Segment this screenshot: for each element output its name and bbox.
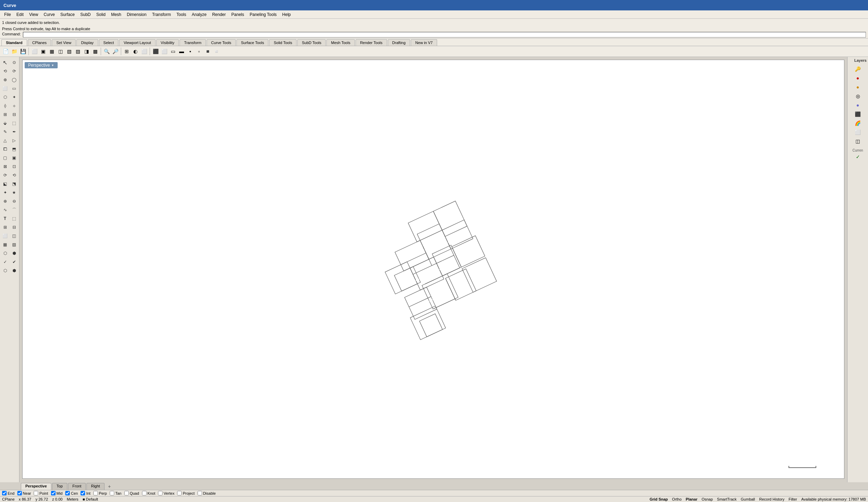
snap-quad-check[interactable] xyxy=(124,491,129,495)
arc-tool2[interactable]: ⟡ xyxy=(10,102,18,110)
vp-tab-top[interactable]: Top xyxy=(52,483,67,490)
hex-tool1[interactable]: ⬡ xyxy=(1,249,9,257)
mesh-tool1[interactable]: ▦ xyxy=(1,240,9,249)
tool-zoom[interactable]: 🔍 xyxy=(102,47,111,56)
layers-icon-8[interactable]: ⬜ xyxy=(854,128,862,136)
tool-rect3[interactable]: ▬ xyxy=(177,47,186,56)
tab-subd-tools[interactable]: SubD Tools xyxy=(297,39,326,46)
trans-tool1[interactable]: ⟳ xyxy=(1,171,9,179)
menu-item-transform[interactable]: Transform xyxy=(149,11,174,18)
tab-standard[interactable]: Standard xyxy=(1,39,27,46)
layers-icon-4[interactable]: ◎ xyxy=(854,92,862,100)
menu-item-file[interactable]: File xyxy=(1,11,14,18)
command-input[interactable] xyxy=(23,32,866,37)
hex-tool2[interactable]: ⬢ xyxy=(10,249,18,257)
box3d-tool1[interactable]: ⬜ xyxy=(1,232,9,240)
viewport[interactable]: Perspective xyxy=(22,60,844,479)
solid-tool2[interactable]: ▣ xyxy=(10,154,18,162)
tool-box6[interactable]: ▨ xyxy=(74,47,82,56)
tab-mesh-tools[interactable]: Mesh Tools xyxy=(326,39,354,46)
smarttrack-label[interactable]: SmartTrack xyxy=(717,497,736,501)
tool-rect6[interactable]: ◾ xyxy=(203,47,212,56)
menu-item-solid[interactable]: Solid xyxy=(93,11,108,18)
planar-label[interactable]: Planar xyxy=(686,497,698,501)
layers-icon-7[interactable]: 🌈 xyxy=(854,119,862,127)
tool-rect5[interactable]: ▫ xyxy=(195,47,203,56)
poly-tool2[interactable]: ✦ xyxy=(10,93,18,101)
wave-tool2[interactable]: ⌒ xyxy=(10,206,18,214)
move-tool1[interactable]: ⬕ xyxy=(1,180,9,188)
bool-tool4[interactable]: ⊖ xyxy=(10,197,18,205)
tool-shade[interactable]: ⬜ xyxy=(140,47,148,56)
vp-tab-add[interactable]: + xyxy=(105,483,114,490)
draw-tool1[interactable]: ✎ xyxy=(1,128,9,136)
dim-tool1[interactable]: ⊞ xyxy=(1,223,9,231)
surface-tool2[interactable]: ⬚ xyxy=(10,119,18,127)
paint-tool2[interactable]: ⬢ xyxy=(10,266,18,275)
boolean-tool1[interactable]: ⊠ xyxy=(1,162,9,171)
menu-item-subd[interactable]: SubD xyxy=(77,11,93,18)
curve-tool2[interactable]: ⟳ xyxy=(10,67,18,75)
edit-tool2[interactable]: ⬒ xyxy=(10,145,18,153)
snap-cen-check[interactable] xyxy=(65,491,70,495)
tool-rect[interactable]: ⬜ xyxy=(160,47,168,56)
gumball-label[interactable]: Gumball xyxy=(741,497,755,501)
tool-box3[interactable]: ▦ xyxy=(48,47,56,56)
tab-drafting[interactable]: Drafting xyxy=(388,39,410,46)
arc-tool1[interactable]: ⟠ xyxy=(1,102,9,110)
layers-icon-9[interactable]: ◫ xyxy=(854,137,862,145)
menu-item-help[interactable]: Help xyxy=(279,11,294,18)
edit-tool1[interactable]: ⧠ xyxy=(1,145,9,153)
vp-tab-perspective[interactable]: Perspective xyxy=(21,483,51,490)
tab-set-view[interactable]: Set View xyxy=(52,39,76,46)
tool-open[interactable]: 📁 xyxy=(10,47,18,56)
vp-tab-right[interactable]: Right xyxy=(86,483,105,490)
tool-new[interactable]: 📄 xyxy=(1,47,10,56)
tool-rect7[interactable]: ◽ xyxy=(212,47,220,56)
snap-disable-check[interactable] xyxy=(198,491,202,495)
menu-item-paneling-tools[interactable]: Paneling Tools xyxy=(247,11,279,18)
record-history-label[interactable]: Record History xyxy=(759,497,785,501)
mesh-tool2[interactable]: ▧ xyxy=(10,240,18,249)
circle-tool2[interactable]: ◯ xyxy=(10,76,18,84)
tool-circle[interactable]: ◐ xyxy=(131,47,140,56)
tab-curve-tools[interactable]: Curve Tools xyxy=(207,39,236,46)
trans-tool2[interactable]: ⟲ xyxy=(10,171,18,179)
layers-icon-6[interactable]: ⬛ xyxy=(854,110,862,118)
snap-point-check[interactable] xyxy=(34,491,38,495)
solid-tool1[interactable]: ▢ xyxy=(1,154,9,162)
analyze-tool2[interactable]: ★ xyxy=(10,188,18,197)
menu-item-curve[interactable]: Curve xyxy=(41,11,58,18)
tab-solid-tools[interactable]: Solid Tools xyxy=(269,39,297,46)
tri-tool1[interactable]: △ xyxy=(1,136,9,145)
menu-item-view[interactable]: View xyxy=(26,11,41,18)
bool-tool3[interactable]: ⊕ xyxy=(1,197,9,205)
tool-box7[interactable]: ◨ xyxy=(82,47,91,56)
ortho-label[interactable]: Ortho xyxy=(672,497,682,501)
tool-grid[interactable]: ⊞ xyxy=(123,47,131,56)
layers-icon-5[interactable]: ● xyxy=(854,101,862,109)
menu-item-analyze[interactable]: Analyze xyxy=(189,11,209,18)
tab-new-in-v7[interactable]: New in V7 xyxy=(411,39,437,46)
menu-item-edit[interactable]: Edit xyxy=(14,11,26,18)
tab-visibility[interactable]: Visibility xyxy=(156,39,179,46)
tab-select[interactable]: Select xyxy=(99,39,119,46)
tab-viewport-layout[interactable]: Viewport Layout xyxy=(119,39,156,46)
box3d-tool2[interactable]: ◫ xyxy=(10,232,18,240)
menu-item-mesh[interactable]: Mesh xyxy=(108,11,124,18)
circle-tool1[interactable]: ⊕ xyxy=(1,76,9,84)
snap-mid-check[interactable] xyxy=(51,491,56,495)
rect-tool2[interactable]: ▭ xyxy=(10,84,18,93)
text-tool[interactable]: T xyxy=(1,214,9,223)
layers-icon-1[interactable]: 🔑 xyxy=(854,65,862,73)
tool-box2[interactable]: ▣ xyxy=(39,47,47,56)
snap-vertex-check[interactable] xyxy=(158,491,162,495)
rect-tool1[interactable]: ⬜ xyxy=(1,84,9,93)
layers-icon-3[interactable]: ● xyxy=(854,83,862,91)
osnap-label[interactable]: Osnap xyxy=(702,497,713,501)
snap-knot-check[interactable] xyxy=(142,491,147,495)
grid-snap-label[interactable]: Grid Snap xyxy=(650,497,668,501)
tool-zoom2[interactable]: 🔎 xyxy=(111,47,119,56)
snap-project-check[interactable] xyxy=(177,491,182,495)
tool-rect2[interactable]: ▭ xyxy=(169,47,177,56)
